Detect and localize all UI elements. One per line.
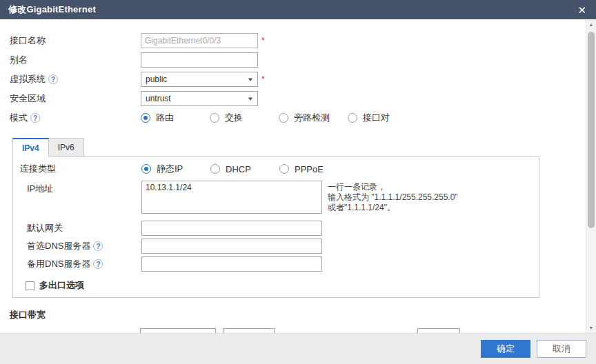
default-gateway-label: 默认网关 (20, 222, 141, 234)
radio-mode-bypass-detect[interactable]: 旁路检测 (279, 112, 348, 124)
default-gateway-input[interactable] (141, 221, 322, 236)
alias-input[interactable] (141, 52, 258, 68)
multi-exit-option-row[interactable]: 多出口选项 (26, 279, 539, 292)
help-icon[interactable]: ? (48, 74, 58, 84)
radio-label: 路由 (156, 112, 174, 124)
radio-icon (210, 164, 220, 174)
dialog-footer: 确定 取消 (0, 333, 596, 364)
radio-mode-switch[interactable]: 交换 (210, 112, 279, 124)
radio-static-ip[interactable]: 静态IP (141, 163, 210, 175)
modify-interface-dialog: 修改GigabitEthernet ✕ 接口名称 * 别名 虚拟系统 ? pub… (0, 0, 596, 364)
required-asterisk: * (261, 74, 265, 84)
radio-mode-route[interactable]: 路由 (141, 112, 210, 124)
radio-selected-icon (141, 164, 151, 174)
radio-icon (279, 164, 289, 174)
virtual-system-row: 虚拟系统 ? public ▼ * (10, 72, 596, 87)
bandwidth-input-3[interactable] (417, 328, 460, 333)
interface-name-input (141, 33, 258, 48)
interface-name-label: 接口名称 (10, 34, 141, 47)
interface-name-row: 接口名称 * (10, 33, 596, 48)
default-gateway-row: 默认网关 (20, 221, 539, 236)
radio-label: 接口对 (363, 112, 390, 124)
dialog-titlebar: 修改GigabitEthernet ✕ (0, 0, 596, 19)
mode-label: 模式 (10, 112, 28, 124)
scroll-up-icon[interactable]: ▲ (586, 22, 596, 27)
hint-line: 一行一条记录， (328, 182, 458, 192)
security-zone-select[interactable]: untrust ▼ (141, 91, 258, 106)
radio-icon (348, 113, 357, 123)
security-zone-row: 安全区域 untrust ▼ (10, 91, 596, 106)
radio-label: DHCP (226, 164, 251, 174)
radio-mode-interface-pair[interactable]: 接口对 (348, 112, 417, 124)
tab-ipv6[interactable]: IPv6 (49, 138, 84, 157)
radio-pppoe[interactable]: PPPoE (279, 163, 348, 175)
close-icon[interactable]: ✕ (577, 5, 586, 15)
ok-button[interactable]: 确定 (481, 340, 530, 358)
primary-dns-input[interactable] (141, 239, 322, 254)
vertical-scrollbar[interactable]: ▲ ▼ (586, 19, 596, 333)
chevron-down-icon: ▼ (247, 77, 254, 83)
help-icon[interactable]: ? (93, 241, 103, 251)
virtual-system-value: public (146, 74, 167, 84)
connection-type-radio-group: 静态IP DHCP PPPoE (141, 163, 348, 175)
dialog-title: 修改GigabitEthernet (8, 3, 96, 16)
alias-label: 别名 (10, 54, 141, 66)
connection-type-label: 连接类型 (20, 163, 141, 175)
scrollbar-thumb[interactable] (588, 32, 595, 228)
security-zone-value: untrust (146, 94, 171, 103)
alias-row: 别名 (10, 52, 596, 68)
multi-exit-checkbox[interactable] (26, 281, 34, 290)
ip-format-hint: 一行一条记录， 输入格式为 "1.1.1.1/255.255.255.0" 或者… (328, 181, 458, 213)
help-icon[interactable]: ? (93, 259, 103, 269)
radio-dhcp[interactable]: DHCP (210, 163, 279, 175)
ip-address-label: IP地址 (20, 181, 141, 195)
radio-label: 静态IP (157, 163, 183, 175)
cancel-button[interactable]: 取消 (537, 340, 586, 358)
hint-line: 输入格式为 "1.1.1.1/255.255.255.0" (328, 192, 458, 203)
dialog-body: 接口名称 * 别名 虚拟系统 ? public ▼ * 安全区域 untrust… (0, 19, 596, 333)
bandwidth-input-2[interactable] (223, 328, 275, 333)
mode-row: 模式 ? 路由 交换 旁路检测 接口对 (10, 110, 596, 125)
radio-icon (279, 113, 288, 123)
required-asterisk: * (261, 36, 265, 46)
ip-address-textarea[interactable]: 10.13.1.1/24 (141, 181, 322, 214)
tab-ipv4[interactable]: IPv4 (12, 138, 49, 157)
scroll-down-icon[interactable]: ▼ (586, 325, 596, 330)
radio-label: 旁路检测 (294, 112, 330, 124)
bandwidth-section-title: 接口带宽 (10, 309, 596, 321)
secondary-dns-row: 备用DNS服务器 ? (20, 256, 539, 272)
bandwidth-input-1[interactable] (140, 328, 216, 333)
secondary-dns-label: 备用DNS服务器 (27, 258, 90, 270)
primary-dns-row: 首选DNS服务器 ? (20, 239, 539, 254)
hint-line: 或者"1.1.1.1/24"。 (328, 203, 458, 213)
virtual-system-label: 虚拟系统 (10, 73, 46, 85)
ip-version-tabs: IPv4 IPv6 (12, 138, 596, 157)
mode-radio-group: 路由 交换 旁路检测 接口对 (141, 112, 417, 124)
radio-label: 交换 (225, 112, 243, 124)
connection-type-row: 连接类型 静态IP DHCP PPPoE (20, 161, 539, 176)
help-icon[interactable]: ? (30, 113, 40, 123)
secondary-dns-input[interactable] (141, 256, 322, 272)
virtual-system-select[interactable]: public ▼ (141, 72, 258, 87)
multi-exit-label: 多出口选项 (39, 279, 84, 292)
ip-address-row: IP地址 10.13.1.1/24 一行一条记录， 输入格式为 "1.1.1.1… (20, 181, 539, 214)
radio-label: PPPoE (295, 164, 324, 174)
ipv4-panel: 连接类型 静态IP DHCP PPPoE (12, 156, 539, 298)
security-zone-label: 安全区域 (10, 92, 141, 105)
chevron-down-icon: ▼ (247, 96, 254, 102)
primary-dns-label: 首选DNS服务器 (27, 240, 90, 252)
radio-icon (210, 113, 219, 123)
radio-selected-icon (141, 113, 150, 123)
